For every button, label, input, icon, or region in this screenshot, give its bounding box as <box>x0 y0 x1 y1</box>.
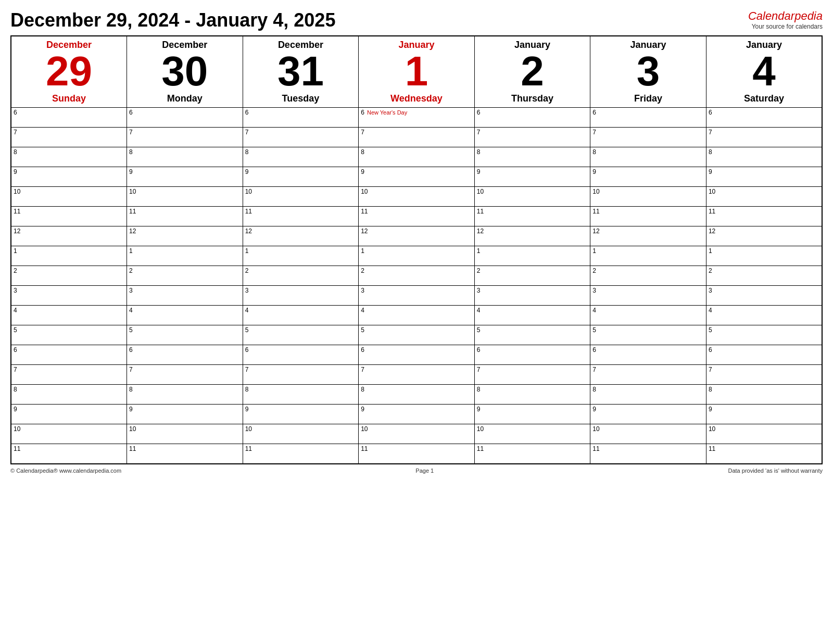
time-cell-r16-c0: 10 <box>11 424 127 444</box>
time-label-r13-c4: 7 <box>477 366 481 373</box>
time-label-r15-c1: 9 <box>129 406 133 413</box>
day-name-3: Wednesday <box>361 93 472 104</box>
time-cell-r7-c1: 1 <box>127 246 243 266</box>
time-label-r11-c6: 5 <box>709 326 712 334</box>
time-cell-r0-c5: 6 <box>590 108 706 128</box>
time-cell-r11-c1: 5 <box>127 325 243 345</box>
footer-center: Page 1 <box>415 468 434 474</box>
time-cell-r3-c3: 9 <box>359 167 475 187</box>
time-row-6: 12121212121212 <box>11 226 822 246</box>
time-cell-r7-c0: 1 <box>11 246 127 266</box>
time-row-16: 10101010101010 <box>11 424 822 444</box>
day-header-col-3: January1Wednesday <box>359 36 475 108</box>
time-cell-r8-c2: 2 <box>243 266 359 286</box>
time-label-r3-c5: 9 <box>592 168 596 175</box>
time-cell-r13-c4: 7 <box>474 365 590 385</box>
time-cell-r3-c6: 9 <box>706 167 822 187</box>
time-label-r14-c5: 8 <box>592 386 596 393</box>
time-label-r15-c0: 9 <box>14 406 17 413</box>
time-cell-r14-c4: 8 <box>474 385 590 405</box>
time-label-r11-c3: 5 <box>361 326 364 334</box>
time-cell-r15-c0: 9 <box>11 405 127 424</box>
time-cell-r4-c1: 10 <box>127 187 243 207</box>
time-label-r15-c3: 9 <box>361 406 364 413</box>
time-label-r4-c2: 10 <box>245 188 252 195</box>
time-cell-r6-c3: 12 <box>359 226 475 246</box>
time-cell-r16-c5: 10 <box>590 424 706 444</box>
day-number-0: 29 <box>14 50 124 92</box>
time-label-r0-c0: 6 <box>14 109 17 116</box>
time-cell-r16-c3: 10 <box>359 424 475 444</box>
time-cell-r4-c2: 10 <box>243 187 359 207</box>
time-label-r5-c0: 11 <box>14 208 20 215</box>
time-cell-r2-c3: 8 <box>359 147 475 167</box>
time-cell-r2-c4: 8 <box>474 147 590 167</box>
time-label-r3-c6: 9 <box>709 168 712 175</box>
time-cell-r0-c4: 6 <box>474 108 590 128</box>
time-cell-r7-c6: 1 <box>706 246 822 266</box>
page-title: December 29, 2024 - January 4, 2025 <box>10 9 335 31</box>
time-cell-r1-c6: 7 <box>706 128 822 147</box>
time-row-7: 1111111 <box>11 246 822 266</box>
time-label-r17-c5: 11 <box>592 445 599 452</box>
time-cell-r13-c6: 7 <box>706 365 822 385</box>
time-label-r6-c0: 12 <box>14 228 20 235</box>
time-label-r12-c6: 6 <box>709 346 712 353</box>
time-cell-r5-c0: 11 <box>11 207 127 226</box>
time-cell-r16-c2: 10 <box>243 424 359 444</box>
time-row-14: 8888888 <box>11 385 822 405</box>
time-label-r14-c0: 8 <box>14 386 17 393</box>
time-label-r11-c4: 5 <box>477 326 481 334</box>
time-cell-r12-c0: 6 <box>11 345 127 365</box>
time-cell-r1-c2: 7 <box>243 128 359 147</box>
time-label-r5-c2: 11 <box>245 208 252 215</box>
time-cell-r11-c3: 5 <box>359 325 475 345</box>
time-cell-r14-c3: 8 <box>359 385 475 405</box>
time-label-r8-c0: 2 <box>14 267 17 274</box>
time-cell-r15-c2: 9 <box>243 405 359 424</box>
time-label-r17-c6: 11 <box>709 445 715 452</box>
time-label-r4-c4: 10 <box>477 188 484 195</box>
time-cell-r9-c6: 3 <box>706 286 822 306</box>
time-cell-r12-c4: 6 <box>474 345 590 365</box>
time-label-r5-c4: 11 <box>477 208 484 215</box>
time-label-r0-c3: 6 <box>361 109 364 116</box>
time-label-r17-c1: 11 <box>129 445 136 452</box>
time-label-r3-c1: 9 <box>129 168 133 175</box>
time-row-15: 9999999 <box>11 405 822 424</box>
time-cell-r1-c0: 7 <box>11 128 127 147</box>
time-label-r9-c0: 3 <box>14 287 17 294</box>
time-row-0: 6666 New Year's Day666 <box>11 108 822 128</box>
time-cell-r16-c4: 10 <box>474 424 590 444</box>
time-label-r1-c1: 7 <box>129 129 133 136</box>
time-label-r12-c3: 6 <box>361 346 364 353</box>
time-label-r15-c5: 9 <box>592 406 596 413</box>
time-cell-r0-c0: 6 <box>11 108 127 128</box>
time-label-r1-c6: 7 <box>709 129 712 136</box>
time-label-r12-c2: 6 <box>245 346 249 353</box>
time-cell-r1-c3: 7 <box>359 128 475 147</box>
time-cell-r8-c4: 2 <box>474 266 590 286</box>
time-label-r14-c1: 8 <box>129 386 133 393</box>
time-label-r15-c4: 9 <box>477 406 481 413</box>
time-label-r9-c2: 3 <box>245 287 249 294</box>
time-label-r13-c1: 7 <box>129 366 133 373</box>
time-label-r9-c6: 3 <box>709 287 712 294</box>
time-label-r2-c6: 8 <box>709 148 712 156</box>
brand-part1: Calendar <box>748 9 794 22</box>
time-cell-r5-c5: 11 <box>590 207 706 226</box>
time-cell-r10-c0: 4 <box>11 306 127 325</box>
time-cell-r4-c5: 10 <box>590 187 706 207</box>
time-label-r11-c5: 5 <box>592 326 596 334</box>
time-label-r8-c4: 2 <box>477 267 481 274</box>
time-cell-r13-c2: 7 <box>243 365 359 385</box>
time-cell-r17-c6: 11 <box>706 444 822 464</box>
time-cell-r7-c3: 1 <box>359 246 475 266</box>
brand-name: Calendarpedia <box>748 9 823 23</box>
day-number-6: 4 <box>709 50 819 92</box>
day-number-4: 2 <box>477 50 588 92</box>
time-cell-r9-c1: 3 <box>127 286 243 306</box>
time-label-r11-c1: 5 <box>129 326 133 334</box>
time-label-r0-c1: 6 <box>129 109 133 116</box>
time-cell-r6-c4: 12 <box>474 226 590 246</box>
